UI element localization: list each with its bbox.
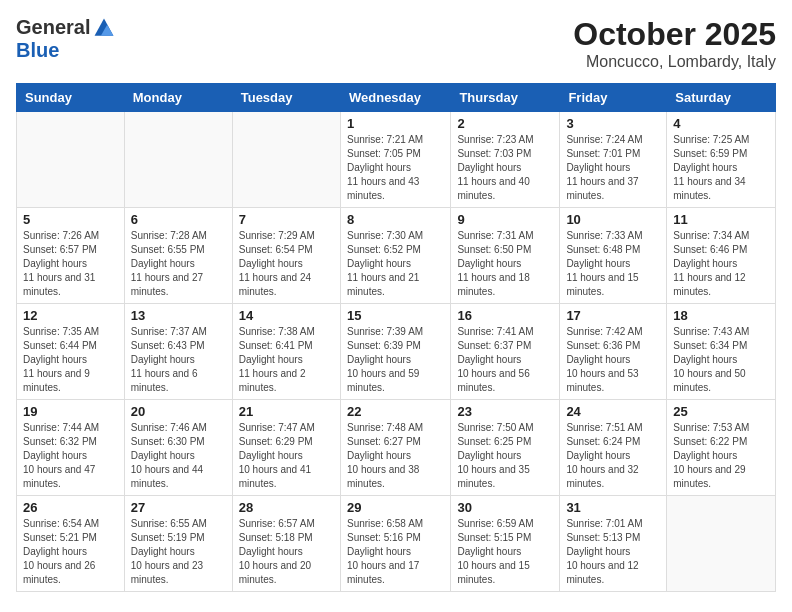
col-friday: Friday xyxy=(560,84,667,112)
calendar-week-row: 5Sunrise: 7:26 AMSunset: 6:57 PMDaylight… xyxy=(17,208,776,304)
table-row: 28Sunrise: 6:57 AMSunset: 5:18 PMDayligh… xyxy=(232,496,340,592)
day-info: Sunrise: 7:47 AMSunset: 6:29 PMDaylight … xyxy=(239,421,334,491)
table-row: 7Sunrise: 7:29 AMSunset: 6:54 PMDaylight… xyxy=(232,208,340,304)
page-header: General Blue October 2025 Moncucco, Lomb… xyxy=(16,16,776,71)
day-number: 1 xyxy=(347,116,444,131)
day-info: Sunrise: 7:25 AMSunset: 6:59 PMDaylight … xyxy=(673,133,769,203)
table-row: 6Sunrise: 7:28 AMSunset: 6:55 PMDaylight… xyxy=(124,208,232,304)
location: Moncucco, Lombardy, Italy xyxy=(573,53,776,71)
table-row: 10Sunrise: 7:33 AMSunset: 6:48 PMDayligh… xyxy=(560,208,667,304)
logo-blue: Blue xyxy=(16,39,115,61)
day-info: Sunrise: 6:57 AMSunset: 5:18 PMDaylight … xyxy=(239,517,334,587)
day-number: 25 xyxy=(673,404,769,419)
day-number: 24 xyxy=(566,404,660,419)
day-info: Sunrise: 7:26 AMSunset: 6:57 PMDaylight … xyxy=(23,229,118,299)
table-row: 23Sunrise: 7:50 AMSunset: 6:25 PMDayligh… xyxy=(451,400,560,496)
table-row: 3Sunrise: 7:24 AMSunset: 7:01 PMDaylight… xyxy=(560,112,667,208)
table-row xyxy=(232,112,340,208)
day-info: Sunrise: 7:31 AMSunset: 6:50 PMDaylight … xyxy=(457,229,553,299)
day-info: Sunrise: 7:30 AMSunset: 6:52 PMDaylight … xyxy=(347,229,444,299)
day-info: Sunrise: 7:44 AMSunset: 6:32 PMDaylight … xyxy=(23,421,118,491)
day-number: 6 xyxy=(131,212,226,227)
table-row: 16Sunrise: 7:41 AMSunset: 6:37 PMDayligh… xyxy=(451,304,560,400)
table-row: 30Sunrise: 6:59 AMSunset: 5:15 PMDayligh… xyxy=(451,496,560,592)
day-info: Sunrise: 7:53 AMSunset: 6:22 PMDaylight … xyxy=(673,421,769,491)
table-row xyxy=(17,112,125,208)
col-monday: Monday xyxy=(124,84,232,112)
day-info: Sunrise: 7:34 AMSunset: 6:46 PMDaylight … xyxy=(673,229,769,299)
day-info: Sunrise: 7:39 AMSunset: 6:39 PMDaylight … xyxy=(347,325,444,395)
day-number: 30 xyxy=(457,500,553,515)
day-info: Sunrise: 7:01 AMSunset: 5:13 PMDaylight … xyxy=(566,517,660,587)
day-info: Sunrise: 7:24 AMSunset: 7:01 PMDaylight … xyxy=(566,133,660,203)
table-row: 9Sunrise: 7:31 AMSunset: 6:50 PMDaylight… xyxy=(451,208,560,304)
day-number: 9 xyxy=(457,212,553,227)
table-row: 24Sunrise: 7:51 AMSunset: 6:24 PMDayligh… xyxy=(560,400,667,496)
calendar-week-row: 1Sunrise: 7:21 AMSunset: 7:05 PMDaylight… xyxy=(17,112,776,208)
col-saturday: Saturday xyxy=(667,84,776,112)
table-row: 2Sunrise: 7:23 AMSunset: 7:03 PMDaylight… xyxy=(451,112,560,208)
day-number: 29 xyxy=(347,500,444,515)
day-number: 4 xyxy=(673,116,769,131)
day-number: 13 xyxy=(131,308,226,323)
month-title: October 2025 xyxy=(573,16,776,53)
day-number: 28 xyxy=(239,500,334,515)
day-info: Sunrise: 7:33 AMSunset: 6:48 PMDaylight … xyxy=(566,229,660,299)
logo-general: General xyxy=(16,16,115,39)
table-row xyxy=(124,112,232,208)
day-info: Sunrise: 7:35 AMSunset: 6:44 PMDaylight … xyxy=(23,325,118,395)
table-row: 27Sunrise: 6:55 AMSunset: 5:19 PMDayligh… xyxy=(124,496,232,592)
table-row: 17Sunrise: 7:42 AMSunset: 6:36 PMDayligh… xyxy=(560,304,667,400)
table-row: 8Sunrise: 7:30 AMSunset: 6:52 PMDaylight… xyxy=(340,208,450,304)
table-row: 12Sunrise: 7:35 AMSunset: 6:44 PMDayligh… xyxy=(17,304,125,400)
calendar-week-row: 26Sunrise: 6:54 AMSunset: 5:21 PMDayligh… xyxy=(17,496,776,592)
calendar-table: Sunday Monday Tuesday Wednesday Thursday… xyxy=(16,83,776,592)
table-row: 5Sunrise: 7:26 AMSunset: 6:57 PMDaylight… xyxy=(17,208,125,304)
table-row: 1Sunrise: 7:21 AMSunset: 7:05 PMDaylight… xyxy=(340,112,450,208)
day-number: 7 xyxy=(239,212,334,227)
day-number: 5 xyxy=(23,212,118,227)
table-row: 15Sunrise: 7:39 AMSunset: 6:39 PMDayligh… xyxy=(340,304,450,400)
calendar-header-row: Sunday Monday Tuesday Wednesday Thursday… xyxy=(17,84,776,112)
day-number: 31 xyxy=(566,500,660,515)
day-info: Sunrise: 6:58 AMSunset: 5:16 PMDaylight … xyxy=(347,517,444,587)
day-info: Sunrise: 7:46 AMSunset: 6:30 PMDaylight … xyxy=(131,421,226,491)
day-number: 2 xyxy=(457,116,553,131)
table-row xyxy=(667,496,776,592)
day-number: 12 xyxy=(23,308,118,323)
col-tuesday: Tuesday xyxy=(232,84,340,112)
day-number: 3 xyxy=(566,116,660,131)
table-row: 19Sunrise: 7:44 AMSunset: 6:32 PMDayligh… xyxy=(17,400,125,496)
day-info: Sunrise: 7:42 AMSunset: 6:36 PMDaylight … xyxy=(566,325,660,395)
table-row: 11Sunrise: 7:34 AMSunset: 6:46 PMDayligh… xyxy=(667,208,776,304)
day-number: 26 xyxy=(23,500,118,515)
day-number: 17 xyxy=(566,308,660,323)
table-row: 20Sunrise: 7:46 AMSunset: 6:30 PMDayligh… xyxy=(124,400,232,496)
day-info: Sunrise: 7:38 AMSunset: 6:41 PMDaylight … xyxy=(239,325,334,395)
day-number: 18 xyxy=(673,308,769,323)
day-number: 23 xyxy=(457,404,553,419)
calendar-week-row: 12Sunrise: 7:35 AMSunset: 6:44 PMDayligh… xyxy=(17,304,776,400)
day-number: 14 xyxy=(239,308,334,323)
table-row: 22Sunrise: 7:48 AMSunset: 6:27 PMDayligh… xyxy=(340,400,450,496)
day-number: 8 xyxy=(347,212,444,227)
col-thursday: Thursday xyxy=(451,84,560,112)
day-info: Sunrise: 7:50 AMSunset: 6:25 PMDaylight … xyxy=(457,421,553,491)
col-wednesday: Wednesday xyxy=(340,84,450,112)
day-info: Sunrise: 7:51 AMSunset: 6:24 PMDaylight … xyxy=(566,421,660,491)
table-row: 21Sunrise: 7:47 AMSunset: 6:29 PMDayligh… xyxy=(232,400,340,496)
day-number: 22 xyxy=(347,404,444,419)
title-block: October 2025 Moncucco, Lombardy, Italy xyxy=(573,16,776,71)
table-row: 4Sunrise: 7:25 AMSunset: 6:59 PMDaylight… xyxy=(667,112,776,208)
day-info: Sunrise: 7:37 AMSunset: 6:43 PMDaylight … xyxy=(131,325,226,395)
day-number: 20 xyxy=(131,404,226,419)
day-info: Sunrise: 7:43 AMSunset: 6:34 PMDaylight … xyxy=(673,325,769,395)
day-number: 19 xyxy=(23,404,118,419)
day-info: Sunrise: 7:29 AMSunset: 6:54 PMDaylight … xyxy=(239,229,334,299)
col-sunday: Sunday xyxy=(17,84,125,112)
day-info: Sunrise: 7:23 AMSunset: 7:03 PMDaylight … xyxy=(457,133,553,203)
table-row: 26Sunrise: 6:54 AMSunset: 5:21 PMDayligh… xyxy=(17,496,125,592)
calendar-week-row: 19Sunrise: 7:44 AMSunset: 6:32 PMDayligh… xyxy=(17,400,776,496)
logo: General Blue xyxy=(16,16,115,61)
day-info: Sunrise: 7:48 AMSunset: 6:27 PMDaylight … xyxy=(347,421,444,491)
